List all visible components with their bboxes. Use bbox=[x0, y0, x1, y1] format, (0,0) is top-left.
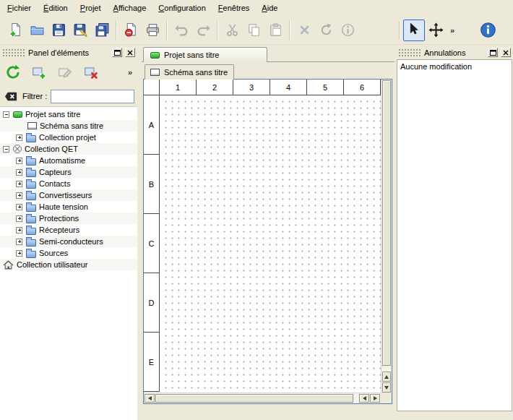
undo-button[interactable] bbox=[171, 20, 192, 41]
select-mode-button[interactable] bbox=[403, 20, 425, 41]
tree-item-automatisme[interactable]: Automatisme bbox=[0, 155, 137, 166]
move-icon bbox=[428, 22, 444, 38]
new-document-button[interactable] bbox=[4, 20, 26, 41]
arrow-left-icon bbox=[363, 396, 366, 400]
save-as-button[interactable] bbox=[69, 20, 91, 41]
folder-icon bbox=[26, 216, 36, 223]
about-qet-button[interactable] bbox=[477, 20, 499, 41]
print-button[interactable] bbox=[142, 20, 163, 41]
dock-grip[interactable] bbox=[398, 48, 421, 56]
schema-grid[interactable] bbox=[160, 96, 381, 393]
edit-element-icon bbox=[57, 64, 73, 80]
tree-item-capteurs[interactable]: Capteurs bbox=[0, 166, 137, 178]
horizontal-scrollbar[interactable] bbox=[144, 393, 381, 403]
tree-item-label: Haute tension bbox=[39, 202, 88, 211]
scroll-down-button[interactable] bbox=[382, 382, 391, 393]
tree-item-semi-conducteurs[interactable]: Semi-conducteurs bbox=[0, 236, 137, 247]
tree-item-label: Projet sans titre bbox=[25, 110, 80, 119]
qet-collection-icon bbox=[13, 145, 22, 153]
tree-item-collection-projet[interactable]: Collection projet bbox=[0, 132, 137, 143]
schema-canvas[interactable]: 1 2 3 4 5 6 A B C D E bbox=[143, 79, 392, 404]
new-element-icon bbox=[31, 64, 47, 80]
menu-configuration[interactable]: Configuration bbox=[153, 0, 210, 16]
tab-schema-sans-titre[interactable]: Schéma sans titre bbox=[145, 64, 234, 80]
expand-icon[interactable] bbox=[16, 239, 22, 245]
scroll-right-button[interactable] bbox=[370, 394, 380, 403]
collapse-icon[interactable] bbox=[3, 111, 9, 118]
tree-item-collection-utilisateur[interactable]: Collection utilisateur bbox=[0, 259, 137, 270]
horizontal-scrollbar-thumb[interactable] bbox=[155, 394, 353, 403]
copy-button[interactable] bbox=[243, 20, 264, 41]
close-panel-button[interactable] bbox=[501, 48, 511, 57]
tree-item-haute-tension[interactable]: Haute tension bbox=[0, 201, 137, 213]
vertical-scrollbar[interactable] bbox=[381, 80, 392, 393]
close-document-button[interactable] bbox=[120, 20, 142, 41]
tree-item-collection-qet[interactable]: Collection QET bbox=[0, 143, 137, 155]
expand-icon[interactable] bbox=[16, 158, 22, 164]
paste-button[interactable] bbox=[264, 20, 286, 41]
undo-history-list[interactable]: Aucune modification bbox=[397, 59, 512, 411]
tree-item-convertisseurs[interactable]: Convertisseurs bbox=[0, 189, 137, 201]
folder-icon bbox=[26, 239, 36, 247]
rotate-icon bbox=[319, 22, 334, 38]
tree-item-protections[interactable]: Protections bbox=[0, 213, 137, 224]
ruler-corner bbox=[144, 80, 160, 95]
tab-projet-sans-titre[interactable]: Projet sans titre bbox=[143, 47, 267, 62]
expand-icon[interactable] bbox=[16, 192, 22, 199]
tree-item-sources[interactable]: Sources bbox=[0, 247, 137, 259]
open-folder-icon bbox=[30, 22, 45, 38]
tree-item-schema[interactable]: Schéma sans titre bbox=[0, 120, 137, 132]
close-icon bbox=[503, 50, 509, 56]
expand-icon[interactable] bbox=[16, 134, 22, 141]
expand-icon[interactable] bbox=[16, 204, 22, 210]
elements-toolbar-overflow-button[interactable]: » bbox=[128, 68, 132, 77]
diagram-icon bbox=[27, 122, 37, 129]
expand-icon[interactable] bbox=[16, 181, 22, 187]
project-tab-label: Projet sans titre bbox=[164, 51, 219, 59]
float-window-icon bbox=[490, 50, 496, 56]
tree-item-recepteurs[interactable]: Récepteurs bbox=[0, 224, 137, 236]
toolbar-overflow-button[interactable]: » bbox=[447, 26, 458, 35]
cut-button[interactable] bbox=[221, 20, 243, 41]
delete-element-button[interactable] bbox=[80, 61, 102, 83]
ruler-column-label: 4 bbox=[270, 80, 307, 95]
pan-mode-button[interactable] bbox=[425, 20, 447, 41]
edit-element-button[interactable] bbox=[54, 61, 76, 83]
tree-item-project[interactable]: Projet sans titre bbox=[0, 108, 137, 120]
menu-aide[interactable]: Aide bbox=[256, 0, 283, 16]
save-button[interactable] bbox=[48, 20, 69, 41]
new-element-button[interactable] bbox=[28, 61, 50, 83]
redo-button[interactable] bbox=[192, 20, 214, 41]
close-icon bbox=[127, 50, 133, 56]
tree-item-contacts[interactable]: Contacts bbox=[0, 178, 137, 189]
expand-icon[interactable] bbox=[16, 169, 22, 176]
scroll-up-button[interactable] bbox=[382, 372, 391, 382]
expand-icon[interactable] bbox=[16, 250, 22, 257]
filter-input[interactable] bbox=[51, 90, 134, 103]
menu-fenetres[interactable]: Fenêtres bbox=[213, 0, 254, 16]
delete-button[interactable] bbox=[293, 20, 315, 41]
element-info-button[interactable] bbox=[337, 20, 358, 41]
expand-icon[interactable] bbox=[16, 215, 22, 222]
menu-edition[interactable]: Édition bbox=[38, 0, 73, 16]
clear-filter-button[interactable] bbox=[3, 89, 19, 103]
open-project-button[interactable] bbox=[26, 20, 48, 41]
scroll-left-button-2[interactable] bbox=[359, 394, 369, 403]
expand-icon[interactable] bbox=[16, 227, 22, 233]
close-panel-button[interactable] bbox=[125, 48, 135, 57]
float-panel-button[interactable] bbox=[488, 48, 498, 57]
dock-grip[interactable] bbox=[2, 48, 25, 56]
menu-fichier[interactable]: Fichier bbox=[2, 0, 36, 16]
save-icon bbox=[51, 22, 66, 38]
save-all-button[interactable] bbox=[91, 20, 113, 41]
collapse-icon[interactable] bbox=[3, 146, 9, 153]
vertical-scrollbar-thumb[interactable] bbox=[382, 80, 391, 366]
arrow-left-icon bbox=[148, 396, 152, 400]
float-panel-button[interactable] bbox=[112, 48, 122, 57]
reload-collections-button[interactable] bbox=[2, 61, 24, 83]
menu-projet[interactable]: Projet bbox=[75, 0, 106, 16]
rotate-button[interactable] bbox=[315, 20, 337, 41]
scroll-left-button[interactable] bbox=[145, 394, 155, 403]
schema-area: Projet sans titre Schéma sans titre 1 2 … bbox=[142, 46, 395, 420]
menu-affichage[interactable]: Affichage bbox=[108, 0, 152, 16]
